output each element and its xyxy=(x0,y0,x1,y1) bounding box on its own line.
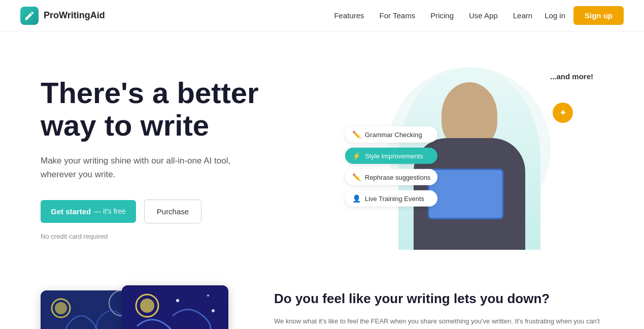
svg-rect-4 xyxy=(122,285,228,329)
nav-pricing[interactable]: Pricing xyxy=(430,11,454,20)
logo-icon xyxy=(20,7,39,25)
painting-card-front xyxy=(122,285,228,329)
logo-svg xyxy=(24,10,35,21)
painting-stack: My idea in my head xyxy=(41,285,233,329)
get-started-button[interactable]: Get started — it's free xyxy=(41,200,136,223)
nav-links: Features For Teams Pricing Use App Learn xyxy=(334,11,532,20)
second-section-heading: Do you feel like your writing lets you d… xyxy=(274,290,603,308)
svg-point-8 xyxy=(207,294,209,297)
painting-svg-front xyxy=(122,285,228,329)
rephrase-icon: ✏️ xyxy=(352,173,361,181)
pill-grammar: ✏️ Grammar Checking xyxy=(345,126,437,143)
and-more-label: ...and more! xyxy=(550,72,593,81)
login-link[interactable]: Log in xyxy=(545,11,565,20)
hero-cta: Get started — it's free Purchase xyxy=(41,200,335,223)
training-icon: 👤 xyxy=(352,194,361,203)
nav-features[interactable]: Features xyxy=(334,11,364,20)
purchase-button[interactable]: Purchase xyxy=(144,200,201,223)
hero-section: There's a better way to write Make your … xyxy=(0,31,644,275)
signup-button[interactable]: Sign up xyxy=(573,6,624,25)
no-credit-card-text: No credit card required xyxy=(41,233,335,240)
nav-learn[interactable]: Learn xyxy=(513,11,532,20)
star-badge: ✦ xyxy=(553,103,573,123)
logo-link[interactable]: ProWritingAid xyxy=(20,7,105,25)
pill-training: 👤 Live Training Events xyxy=(345,190,437,207)
nav-use-app[interactable]: Use App xyxy=(469,11,498,20)
hero-right: ...and more! ✦ ✏️ Grammar Checking ⚡ Sty… xyxy=(335,62,603,255)
nav-for-teams[interactable]: For Teams xyxy=(380,11,416,20)
second-section-right: Do you feel like your writing lets you d… xyxy=(274,285,603,329)
hero-left: There's a better way to write Make your … xyxy=(41,77,335,240)
hero-heading: There's a better way to write xyxy=(41,77,335,142)
person-laptop xyxy=(427,169,503,219)
svg-point-7 xyxy=(176,299,179,302)
hero-subtext: Make your writing shine with our all-in-… xyxy=(41,154,254,181)
feature-pills: ✏️ Grammar Checking ⚡ Style Improvements… xyxy=(345,126,437,207)
svg-point-2 xyxy=(55,302,67,314)
svg-point-6 xyxy=(140,299,154,313)
style-icon: ⚡ xyxy=(352,152,361,160)
grammar-icon: ✏️ xyxy=(352,130,361,139)
second-section-body: We know what it's like to feel the FEAR … xyxy=(274,316,603,329)
navbar: ProWritingAid Features For Teams Pricing… xyxy=(0,0,644,31)
svg-point-9 xyxy=(212,309,215,312)
second-section: My idea in my head Do you feel like your… xyxy=(0,275,644,329)
pill-rephrase: ✏️ Rephrase suggestions xyxy=(345,169,437,185)
pill-style: ⚡ Style Improvements xyxy=(345,148,437,164)
painting-area: My idea in my head xyxy=(41,285,233,329)
logo-text: ProWritingAid xyxy=(44,10,105,21)
